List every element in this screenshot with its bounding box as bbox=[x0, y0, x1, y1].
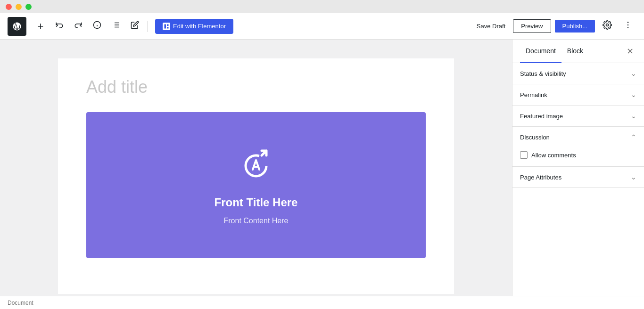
info-icon bbox=[93, 21, 101, 32]
wp-logo bbox=[8, 17, 26, 36]
pencil-icon bbox=[131, 21, 139, 32]
status-bar: Document bbox=[0, 296, 644, 309]
chevron-down-icon: ⌄ bbox=[631, 70, 636, 77]
info-button[interactable] bbox=[89, 18, 106, 35]
allow-comments-wrapper: Allow comments bbox=[520, 151, 576, 159]
section-status-visibility: Status & visibility ⌄ bbox=[512, 63, 644, 84]
panel-tabs: Document Block ✕ bbox=[512, 40, 644, 63]
svg-point-13 bbox=[627, 22, 629, 23]
app-wrapper: + bbox=[0, 13, 644, 309]
tools-button[interactable] bbox=[126, 18, 143, 35]
section-featured-image-header[interactable]: Featured image ⌄ bbox=[512, 106, 644, 126]
svg-point-12 bbox=[606, 24, 609, 26]
section-discussion-header[interactable]: Discussion ⌃ bbox=[512, 127, 644, 147]
section-featured-image: Featured image ⌄ bbox=[512, 106, 644, 127]
settings-button[interactable] bbox=[599, 18, 616, 35]
close-panel-button[interactable]: ✕ bbox=[623, 45, 636, 58]
undo-icon bbox=[55, 21, 64, 32]
chevron-down-icon: ⌄ bbox=[631, 91, 636, 98]
content-block-subtitle: Front Content Here bbox=[224, 217, 289, 225]
toolbar: + bbox=[0, 13, 644, 40]
add-icon: + bbox=[38, 20, 44, 33]
status-label: Document bbox=[8, 300, 33, 306]
list-view-button[interactable] bbox=[107, 18, 124, 35]
content-block-title: Front Title Here bbox=[215, 196, 298, 209]
svg-rect-9 bbox=[165, 24, 166, 28]
title-placeholder: Add title bbox=[86, 77, 148, 97]
list-icon bbox=[112, 21, 120, 32]
svg-point-14 bbox=[627, 24, 629, 26]
more-options-button[interactable] bbox=[619, 18, 636, 35]
allow-comments-label: Allow comments bbox=[531, 152, 576, 159]
elementor-icon bbox=[163, 23, 170, 30]
save-draft-button[interactable]: Save Draft bbox=[473, 20, 509, 33]
edit-elementor-button[interactable]: Edit with Elementor bbox=[155, 19, 233, 34]
content-block-icon bbox=[237, 145, 275, 185]
allow-comments-checkbox[interactable] bbox=[520, 151, 528, 159]
content-area: Add title bbox=[0, 40, 644, 296]
section-discussion: Discussion ⌃ Allow comments bbox=[512, 127, 644, 167]
toolbar-divider bbox=[147, 21, 148, 32]
preview-button[interactable]: Preview bbox=[513, 19, 551, 33]
section-status-visibility-header[interactable]: Status & visibility ⌄ bbox=[512, 63, 644, 84]
section-permalink-header[interactable]: Permalink ⌄ bbox=[512, 84, 644, 105]
minimize-button[interactable] bbox=[16, 4, 22, 10]
svg-rect-11 bbox=[167, 27, 169, 29]
discussion-body: Allow comments bbox=[512, 147, 644, 166]
chevron-down-icon: ⌄ bbox=[631, 112, 636, 120]
publish-button[interactable]: Publish... bbox=[555, 20, 595, 33]
elementor-content-block: Front Title Here Front Content Here bbox=[86, 112, 426, 258]
editor-scroll: Add title bbox=[0, 40, 512, 296]
section-page-attributes: Page Attributes ⌄ bbox=[512, 167, 644, 188]
redo-button[interactable] bbox=[70, 18, 87, 35]
toolbar-right: Save Draft Preview Publish... bbox=[473, 18, 636, 35]
more-vertical-icon bbox=[623, 20, 633, 32]
editor-area[interactable]: Add title bbox=[0, 40, 512, 296]
svg-rect-10 bbox=[167, 24, 169, 26]
close-icon: ✕ bbox=[627, 46, 634, 57]
maximize-button[interactable] bbox=[25, 4, 32, 10]
editor-inner: Add title bbox=[58, 58, 454, 294]
section-permalink: Permalink ⌄ bbox=[512, 84, 644, 106]
title-input[interactable]: Add title bbox=[86, 77, 426, 97]
add-block-toolbar-button[interactable]: + bbox=[32, 18, 49, 35]
undo-button[interactable] bbox=[51, 18, 68, 35]
wp-logo-icon bbox=[12, 22, 22, 31]
chevron-down-icon: ⌄ bbox=[631, 173, 636, 181]
redo-icon bbox=[74, 21, 83, 32]
gear-icon bbox=[603, 20, 612, 32]
tab-block[interactable]: Block bbox=[561, 40, 589, 63]
tab-document[interactable]: Document bbox=[520, 40, 561, 63]
edit-elementor-label: Edit with Elementor bbox=[173, 23, 226, 30]
close-button[interactable] bbox=[6, 4, 12, 10]
svg-point-15 bbox=[627, 27, 629, 29]
right-panel: Document Block ✕ Status & visibility ⌄ bbox=[512, 40, 644, 296]
chevron-up-icon: ⌃ bbox=[631, 133, 636, 141]
section-page-attributes-header[interactable]: Page Attributes ⌄ bbox=[512, 167, 644, 187]
titlebar bbox=[0, 0, 644, 13]
